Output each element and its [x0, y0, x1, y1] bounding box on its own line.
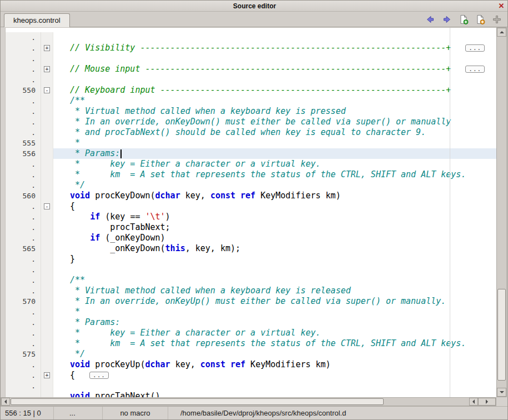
code-line[interactable]: . — [6, 264, 496, 275]
code-line[interactable]: . — [6, 32, 496, 43]
code-text[interactable]: if (key == '\t') — [53, 212, 496, 222]
line-number[interactable]: . — [6, 328, 41, 338]
code-line[interactable]: . * In an override, onKeyDown() must eit… — [6, 117, 496, 127]
fold-toggle-icon[interactable]: + — [44, 66, 50, 72]
collapsed-fold-indicator[interactable]: ... — [465, 66, 485, 73]
code-line[interactable]: . * Virtual method called when a keyboar… — [6, 106, 496, 117]
code-line[interactable]: .+{... — [6, 370, 496, 381]
code-line[interactable]: 570 * In an override, onKeyUp() must eit… — [6, 296, 496, 307]
code-editor[interactable]: ..+// Visibility -----------------------… — [5, 27, 496, 397]
line-number[interactable]: . — [6, 127, 41, 138]
scroll-down-button[interactable] — [497, 388, 506, 397]
line-number[interactable]: . — [6, 212, 41, 222]
go-back-button[interactable] — [425, 14, 435, 24]
go-forward-button[interactable] — [442, 14, 452, 24]
detach-editor-button[interactable] — [492, 14, 502, 24]
code-line[interactable]: . — [6, 74, 496, 85]
line-number[interactable]: 570 — [6, 296, 41, 307]
code-text[interactable]: * In an override, onKeyDown() must eithe… — [53, 117, 496, 127]
code-text[interactable]: // Keyboard input ----------------------… — [53, 85, 496, 96]
code-text[interactable]: _onKeyDown(this, key, km); — [53, 243, 496, 254]
line-number[interactable]: 560 — [6, 191, 41, 201]
line-number[interactable]: . — [6, 370, 41, 381]
scroll-up-button[interactable] — [497, 28, 506, 37]
window-close-button[interactable]: ✕ — [497, 1, 506, 12]
code-text[interactable]: // Mouse input -------------------------… — [53, 64, 496, 74]
code-text[interactable]: void procKeyDown(dchar key, const ref Ke… — [53, 191, 496, 201]
code-text[interactable]: * km = A set that represents the status … — [53, 169, 496, 180]
code-line[interactable]: . — [6, 381, 496, 391]
code-text[interactable]: if (_onKeyDown) — [53, 233, 496, 243]
code-text[interactable]: * — [53, 138, 496, 148]
line-number[interactable]: 550 — [6, 85, 41, 96]
code-text[interactable]: void procKeyUp(dchar key, const ref KeyM… — [53, 359, 496, 370]
code-text[interactable] — [53, 53, 496, 64]
line-number[interactable]: . — [6, 117, 41, 127]
code-line[interactable]: . if (key == '\t') — [6, 212, 496, 222]
code-line[interactable]: .+// Mouse input -----------------------… — [6, 64, 496, 74]
code-text[interactable] — [53, 264, 496, 275]
code-line[interactable]: .void procKeyUp(dchar key, const ref Key… — [6, 359, 496, 370]
line-number[interactable]: . — [6, 275, 41, 286]
code-text[interactable]: * In an override, onKeyUp() must either … — [53, 296, 496, 307]
line-number[interactable]: . — [6, 32, 41, 43]
line-number[interactable]: . — [6, 317, 41, 328]
code-line[interactable]: . * key = Either a character or a virtua… — [6, 328, 496, 338]
line-number[interactable]: . — [6, 43, 41, 53]
scroll-right-button[interactable] — [478, 398, 496, 406]
code-text[interactable]: */ — [53, 180, 496, 191]
line-number[interactable]: . — [6, 180, 41, 191]
line-number[interactable]: . — [6, 254, 41, 264]
code-line[interactable]: . * km = A set that represents the statu… — [6, 169, 496, 180]
code-text[interactable]: {... — [53, 370, 496, 381]
code-text[interactable]: * and procTabNext() should be called whe… — [53, 127, 496, 138]
vertical-scroll-thumb[interactable] — [497, 289, 506, 381]
code-line[interactable]: .void procTabNext() — [6, 391, 496, 397]
line-number[interactable]: 565 — [6, 243, 41, 254]
line-number[interactable]: . — [6, 264, 41, 275]
code-line[interactable]: 565 _onKeyDown(this, key, km); — [6, 243, 496, 254]
line-number[interactable]: . — [6, 381, 41, 391]
line-number[interactable]: . — [6, 201, 41, 212]
code-line[interactable]: 550-// Keyboard input ------------------… — [6, 85, 496, 96]
line-number[interactable]: . — [6, 222, 41, 233]
code-text[interactable]: * key = Either a character or a virtual … — [53, 328, 496, 338]
fold-toggle-icon[interactable]: - — [44, 203, 50, 209]
code-line[interactable]: . * Virtual method called when a keyboar… — [6, 286, 496, 296]
line-number[interactable]: . — [6, 96, 41, 106]
code-line[interactable]: . if (_onKeyDown) — [6, 233, 496, 243]
code-line[interactable]: 556 * Params: — [6, 148, 496, 159]
code-line[interactable]: ./** — [6, 275, 496, 286]
line-number[interactable]: . — [6, 53, 41, 64]
code-text[interactable] — [53, 32, 496, 43]
code-text[interactable]: * — [53, 307, 496, 317]
line-number[interactable]: . — [6, 233, 41, 243]
code-text[interactable]: * key = Either a character or a virtual … — [53, 159, 496, 169]
code-line[interactable]: . * — [6, 307, 496, 317]
code-line[interactable]: . * Params: — [6, 317, 496, 328]
scroll-left-button[interactable] — [1, 398, 10, 406]
code-line[interactable]: . * key = Either a character or a virtua… — [6, 159, 496, 169]
horizontal-scroll-thumb[interactable] — [11, 398, 384, 405]
code-text[interactable]: /** — [53, 275, 496, 286]
line-number[interactable]: 555 — [6, 138, 41, 148]
fold-toggle-icon[interactable]: + — [44, 372, 50, 378]
code-line[interactable]: . * and procTabNext() should be called w… — [6, 127, 496, 138]
vertical-scrollbar[interactable] — [496, 27, 507, 397]
collapsed-fold-indicator[interactable]: ... — [89, 372, 109, 379]
code-text[interactable]: * Params: — [53, 148, 496, 159]
line-number[interactable]: . — [6, 359, 41, 370]
code-line[interactable]: .+// Visibility ------------------------… — [6, 43, 496, 53]
code-text[interactable]: // Visibility --------------------------… — [53, 43, 496, 53]
line-number[interactable]: 575 — [6, 349, 41, 359]
code-line[interactable]: ./** — [6, 96, 496, 106]
code-line[interactable]: .-{ — [6, 201, 496, 212]
code-text[interactable]: { — [53, 201, 496, 212]
code-line[interactable]: . */ — [6, 180, 496, 191]
code-line[interactable]: 575 */ — [6, 349, 496, 359]
line-number[interactable]: . — [6, 169, 41, 180]
line-number[interactable]: . — [6, 338, 41, 349]
code-line[interactable]: 555 * — [6, 138, 496, 148]
code-text[interactable] — [53, 74, 496, 85]
fold-toggle-icon[interactable]: + — [44, 45, 50, 51]
